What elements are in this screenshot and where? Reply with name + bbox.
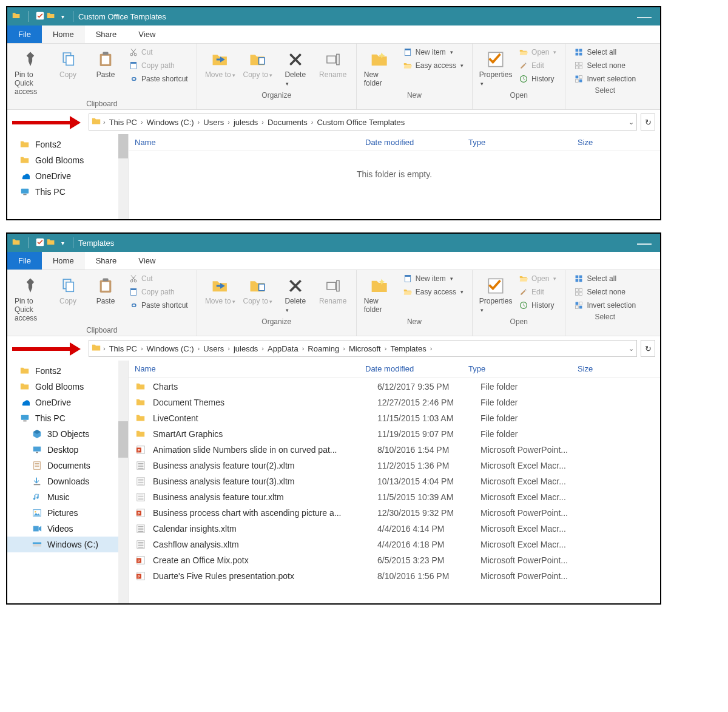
history-button[interactable]: History	[516, 73, 559, 85]
nav-item[interactable]: Pictures	[7, 505, 128, 521]
nav-item[interactable]: Fonts2	[7, 137, 128, 152]
file-row[interactable]: Calendar insights.xltm 4/4/2016 4:14 PM …	[129, 521, 660, 537]
cut-button[interactable]: Cut	[126, 46, 190, 58]
tab-home[interactable]: Home	[42, 252, 85, 270]
minimize-button[interactable]: —	[633, 13, 655, 19]
breadcrumb-chevron-icon[interactable]: ›	[260, 345, 266, 352]
copy-path-button[interactable]: Copy path	[126, 286, 190, 298]
properties-button[interactable]: Properties▾	[479, 273, 513, 316]
qat-dropdown-icon[interactable]: ▾	[61, 13, 64, 20]
nav-scrollbar[interactable]	[118, 361, 128, 603]
tab-share[interactable]: Share	[85, 25, 128, 43]
scrollbar-thumb[interactable]	[118, 134, 128, 158]
breadcrumb-chevron-icon[interactable]: ›	[383, 345, 389, 352]
edit-button[interactable]: Edit	[516, 59, 559, 72]
quick-access-check-icon[interactable]	[36, 238, 44, 248]
move-to-button[interactable]: Move to▾	[203, 273, 237, 308]
column-header-date[interactable]: Date modified	[365, 138, 468, 147]
easy-access-button[interactable]: Easy access▾	[400, 59, 466, 72]
breadcrumb-chevron-icon[interactable]: ›	[139, 118, 145, 126]
nav-item[interactable]: This PC	[7, 410, 128, 426]
breadcrumb-segment[interactable]: Custom Office Templates	[315, 118, 406, 127]
breadcrumb-chevron-icon[interactable]: ›	[428, 345, 434, 352]
invert-selection-button[interactable]: Invert selection	[571, 299, 638, 311]
nav-item[interactable]: OneDrive	[7, 395, 128, 410]
scrollbar-thumb[interactable]	[118, 421, 128, 458]
file-row[interactable]: Duarte's Five Rules presentation.potx 8/…	[129, 568, 660, 584]
nav-item[interactable]: 3D Objects	[7, 426, 128, 442]
paste-shortcut-button[interactable]: Paste shortcut	[126, 299, 190, 311]
easy-access-button[interactable]: Easy access▾	[400, 286, 466, 298]
nav-item[interactable]: Downloads	[7, 473, 128, 489]
paste-button[interactable]: Paste	[89, 46, 123, 81]
new-item-button[interactable]: New item▾	[400, 273, 466, 285]
breadcrumb-chevron-icon[interactable]: ›	[196, 118, 202, 126]
refresh-button[interactable]: ↻	[641, 114, 655, 131]
column-header-name[interactable]: Name	[135, 138, 365, 147]
address-bar[interactable]: ›This PC›Windows (C:)›Users›julesds›AppD…	[89, 340, 637, 357]
breadcrumb-chevron-icon[interactable]: ›	[139, 345, 145, 352]
nav-item[interactable]: Gold Blooms	[7, 152, 128, 168]
move-to-button[interactable]: Move to▾	[203, 46, 237, 81]
paste-shortcut-button[interactable]: Paste shortcut	[126, 73, 190, 85]
select-none-button[interactable]: Select none	[571, 286, 638, 298]
breadcrumb-segment[interactable]: AppData	[266, 344, 300, 353]
nav-item[interactable]: This PC	[7, 184, 128, 200]
properties-button[interactable]: Properties▾	[479, 46, 513, 90]
column-header-date[interactable]: Date modified	[365, 364, 468, 373]
select-all-button[interactable]: Select all	[571, 46, 638, 58]
file-row[interactable]: SmartArt Graphics 11/19/2015 9:07 PM Fil…	[129, 426, 660, 442]
breadcrumb-chevron-icon[interactable]: ›	[309, 118, 315, 126]
open-button[interactable]: Open▾	[516, 46, 559, 58]
column-header-type[interactable]: Type	[468, 364, 578, 373]
address-dropdown-icon[interactable]: ⌄	[629, 345, 634, 353]
pin-to-quick-access-button[interactable]: Pin to Quick access	[13, 46, 47, 98]
copy-button[interactable]: Copy	[51, 273, 85, 308]
nav-item[interactable]: Fonts2	[7, 363, 128, 379]
file-row[interactable]: Cashflow analysis.xltm 4/4/2016 4:18 PM …	[129, 537, 660, 552]
breadcrumb-segment[interactable]: Documents	[266, 118, 309, 127]
new-item-button[interactable]: New item▾	[400, 46, 466, 58]
copy-button[interactable]: Copy	[51, 46, 85, 81]
tab-file[interactable]: File	[7, 25, 42, 43]
rename-button[interactable]: Rename	[316, 46, 350, 81]
file-row[interactable]: Business analysis feature tour(3).xltm 1…	[129, 473, 660, 489]
file-row[interactable]: Document Themes 12/27/2015 2:46 PM File …	[129, 395, 660, 410]
breadcrumb-chevron-icon[interactable]: ›	[101, 345, 107, 352]
refresh-button[interactable]: ↻	[641, 340, 655, 357]
edit-button[interactable]: Edit	[516, 286, 559, 298]
breadcrumb-chevron-icon[interactable]: ›	[300, 345, 306, 352]
breadcrumb-segment[interactable]: Users	[201, 344, 226, 353]
breadcrumb-segment[interactable]: Users	[201, 118, 226, 127]
column-headers[interactable]: Name Date modified Type Size	[129, 134, 660, 151]
file-row[interactable]: Business analysis feature tour.xltm 11/5…	[129, 489, 660, 505]
breadcrumb-segment[interactable]: Microsoft	[347, 344, 383, 353]
tab-file[interactable]: File	[7, 252, 42, 270]
breadcrumb-segment[interactable]: Roaming	[306, 344, 341, 353]
nav-item[interactable]: Music	[7, 489, 128, 505]
nav-item[interactable]: Videos	[7, 521, 128, 537]
cut-button[interactable]: Cut	[126, 273, 190, 285]
history-button[interactable]: History	[516, 299, 559, 311]
tab-view[interactable]: View	[127, 25, 166, 43]
breadcrumb-chevron-icon[interactable]: ›	[226, 345, 232, 352]
column-header-type[interactable]: Type	[468, 138, 578, 147]
column-header-size[interactable]: Size	[578, 138, 614, 147]
quick-access-check-icon[interactable]	[36, 12, 44, 22]
open-button[interactable]: Open▾	[516, 273, 559, 285]
breadcrumb-chevron-icon[interactable]: ›	[341, 345, 347, 352]
title-bar[interactable]: ▾ Custom Office Templates —	[7, 7, 660, 25]
file-row[interactable]: Business analysis feature tour(2).xltm 1…	[129, 458, 660, 473]
file-row[interactable]: Charts 6/12/2017 9:35 PM File folder	[129, 379, 660, 395]
column-header-size[interactable]: Size	[578, 364, 614, 373]
select-none-button[interactable]: Select none	[571, 59, 638, 72]
tab-share[interactable]: Share	[85, 252, 128, 270]
nav-item[interactable]: Gold Blooms	[7, 379, 128, 395]
new-folder-button[interactable]: New folder	[363, 273, 397, 316]
address-bar[interactable]: ›This PC›Windows (C:)›Users›julesds›Docu…	[89, 114, 637, 131]
breadcrumb-segment[interactable]: This PC	[107, 118, 139, 127]
qat-dropdown-icon[interactable]: ▾	[61, 240, 64, 246]
breadcrumb-segment[interactable]: Templates	[388, 344, 428, 353]
invert-selection-button[interactable]: Invert selection	[571, 73, 638, 85]
rename-button[interactable]: Rename	[316, 273, 350, 308]
